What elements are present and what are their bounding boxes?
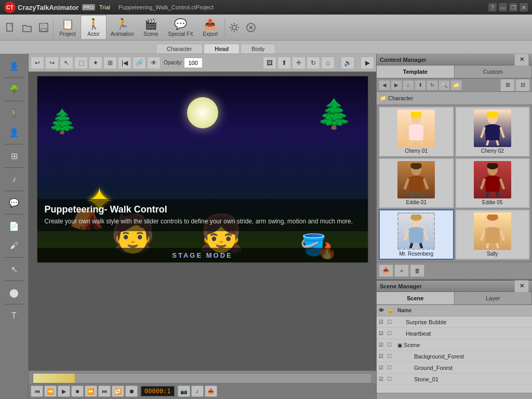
- cm-item-cherry01[interactable]: Cherry 01: [379, 107, 454, 157]
- skip-to-start-button[interactable]: ⏮: [31, 385, 43, 397]
- step-back-button[interactable]: ⏪: [44, 385, 57, 397]
- cm-back-button[interactable]: ◀: [379, 80, 390, 90]
- open-button[interactable]: [19, 19, 35, 36]
- loop-button[interactable]: 🔁: [112, 385, 124, 397]
- chat-tool[interactable]: 💬: [4, 193, 24, 212]
- cm-send-to-scene-button[interactable]: 📥: [379, 264, 393, 277]
- layer-row-heartbeat[interactable]: ☑ ☐ Heartbeat: [377, 328, 532, 339]
- opacity-input[interactable]: [184, 58, 203, 68]
- lock-ground-forest[interactable]: ☐: [387, 365, 395, 370]
- home-button[interactable]: ⌂: [321, 57, 335, 69]
- cm-up-button[interactable]: ⬆: [415, 80, 426, 90]
- animation-button[interactable]: 🏃 Animation: [107, 16, 138, 39]
- text-tool[interactable]: T: [4, 307, 24, 325]
- record-button[interactable]: ⏺: [125, 385, 138, 397]
- tab-custom[interactable]: Custom: [455, 65, 533, 78]
- tab-layer[interactable]: Layer: [455, 292, 533, 304]
- move-up-button[interactable]: ⬆: [277, 57, 291, 69]
- check-bg-forest[interactable]: ☑: [379, 353, 387, 359]
- preferences-button[interactable]: [243, 19, 259, 36]
- cm-grid-view-button[interactable]: ⊟: [515, 79, 530, 91]
- layer-row-scene[interactable]: ☑ ☐ ▣ Scene: [377, 339, 532, 351]
- link-button[interactable]: 🔗: [132, 57, 146, 69]
- cm-item-cherry02[interactable]: Cherry 02: [455, 107, 530, 157]
- help-button[interactable]: ?: [488, 3, 497, 11]
- tree-tool[interactable]: 🌳: [4, 80, 24, 99]
- select-button[interactable]: ↖: [60, 57, 73, 69]
- audio-playback-button[interactable]: ♪: [191, 385, 204, 397]
- stop-button[interactable]: ■: [71, 385, 84, 397]
- lock-stone01[interactable]: ☐: [387, 376, 395, 382]
- minimize-button[interactable]: —: [499, 3, 507, 11]
- layer-row-stone01[interactable]: ☑ ☐ Stone_01: [377, 374, 532, 385]
- check-surprise-bubble[interactable]: ☑: [379, 319, 387, 325]
- eye-button[interactable]: 👁: [147, 57, 161, 69]
- timeline-track[interactable]: [33, 373, 372, 383]
- sprite-button[interactable]: 🖼: [263, 57, 276, 69]
- tab-body[interactable]: Body: [241, 44, 275, 54]
- actor-button[interactable]: 🚶 Actor: [81, 15, 107, 40]
- transform-button[interactable]: ⬚: [74, 57, 88, 69]
- move-all-button[interactable]: ✛: [292, 57, 305, 69]
- scene-manager-close[interactable]: ✕: [514, 280, 529, 292]
- check-scene[interactable]: ☑: [379, 342, 387, 348]
- project-button[interactable]: 📋 Project: [55, 16, 81, 39]
- tab-template[interactable]: Template: [377, 65, 455, 78]
- grid-tool[interactable]: ⊞: [4, 147, 24, 165]
- reset-button[interactable]: |◀: [118, 57, 131, 69]
- scene-scrollbar[interactable]: [377, 393, 532, 399]
- cm-item-eddie01[interactable]: Eddie 01: [379, 158, 454, 208]
- cursor-tool[interactable]: ↖: [4, 260, 24, 278]
- cm-item-eddie05[interactable]: Eddie 05: [455, 158, 530, 208]
- paint-tool[interactable]: 🖌: [4, 236, 24, 255]
- tab-head[interactable]: Head: [204, 44, 240, 54]
- cm-delete-button[interactable]: 🗑: [410, 264, 424, 277]
- save-button[interactable]: [35, 19, 52, 36]
- undo-button[interactable]: ↩: [31, 57, 44, 69]
- profile-tool[interactable]: 👤: [4, 123, 24, 142]
- cm-item-sally[interactable]: Sally: [455, 209, 530, 260]
- person-tool[interactable]: 🚶: [4, 103, 24, 122]
- mesh-button[interactable]: ⊞: [103, 57, 117, 69]
- lock-scene[interactable]: ☐: [387, 342, 395, 348]
- play-button[interactable]: ▶: [58, 385, 70, 397]
- new-button[interactable]: [2, 19, 19, 36]
- cm-home-button[interactable]: ⌂: [403, 80, 414, 90]
- layer-row-bg-forest[interactable]: ☑ ☐ Background_Forest: [377, 351, 532, 362]
- stage[interactable]: 🌲 🌲 ✦ ⛺ 🧑 👧 🪣 🔥 Puppeteering- Walk Contr…: [37, 76, 368, 263]
- layer-row-surprise-bubble[interactable]: ☑ ☐ Surprise Bubble: [377, 316, 532, 328]
- check-heartbeat[interactable]: ☑: [379, 330, 387, 336]
- script-tool[interactable]: 📄: [4, 217, 24, 235]
- cm-add-button[interactable]: +: [394, 264, 409, 277]
- music-tool[interactable]: ♪: [4, 170, 24, 189]
- select-tool[interactable]: 👤: [4, 57, 24, 75]
- export-button[interactable]: 📤 Export: [197, 16, 223, 39]
- skip-to-end-button[interactable]: ⏭: [98, 385, 111, 397]
- layer-row-ground-forest[interactable]: ☑ ☐ Ground_Forest: [377, 362, 532, 374]
- special-fx-button[interactable]: 💬 Special FX: [164, 16, 197, 39]
- check-stone01[interactable]: ☑: [379, 376, 387, 382]
- lock-surprise-bubble[interactable]: ☐: [387, 319, 395, 325]
- bone-button[interactable]: ✦: [89, 57, 102, 69]
- cm-view-button[interactable]: ⊞: [500, 79, 515, 91]
- tab-character[interactable]: Character: [156, 44, 203, 54]
- cm-category[interactable]: Character: [377, 92, 532, 104]
- step-forward-button[interactable]: ⏩: [85, 385, 97, 397]
- close-button[interactable]: ✕: [520, 3, 528, 11]
- cm-folder-button[interactable]: 📁: [450, 80, 462, 90]
- scroll-right[interactable]: ▶: [361, 57, 374, 69]
- lock-bg-forest[interactable]: ☐: [387, 353, 395, 359]
- cm-forward-button[interactable]: ▶: [391, 80, 402, 90]
- camera-button[interactable]: 📷: [178, 385, 190, 397]
- export-playback-button[interactable]: 📤: [205, 385, 217, 397]
- audio-button[interactable]: 🔊: [341, 57, 354, 69]
- cm-item-mr-rosenberg[interactable]: Mr. Rosenberg: [379, 209, 454, 260]
- lock-heartbeat[interactable]: ☐: [387, 330, 395, 336]
- tab-scene[interactable]: Scene: [377, 292, 455, 304]
- dot-tool[interactable]: ⬤: [4, 283, 24, 302]
- rotate-button[interactable]: ↻: [307, 57, 320, 69]
- scene-button[interactable]: 🎬 Scene: [138, 16, 164, 39]
- maximize-button[interactable]: ❐: [509, 3, 517, 11]
- check-ground-forest[interactable]: ☑: [379, 365, 387, 370]
- cm-search-button[interactable]: 🔍: [438, 80, 450, 90]
